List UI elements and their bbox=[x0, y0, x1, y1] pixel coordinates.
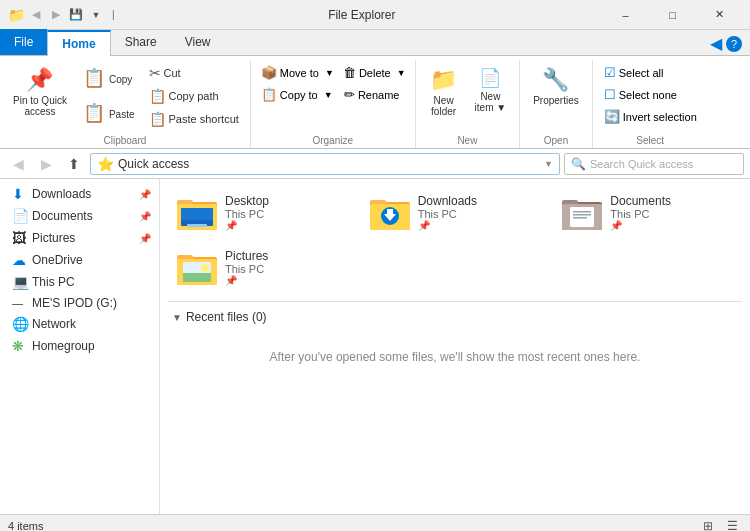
tab-share[interactable]: Share bbox=[111, 29, 171, 55]
cut-icon: ✂ bbox=[149, 65, 161, 81]
sidebar-item-homegroup[interactable]: ❋ Homegroup bbox=[0, 335, 159, 357]
downloads-icon: ⬇ bbox=[12, 186, 28, 202]
separator: | bbox=[112, 9, 115, 20]
organize-label: Organize bbox=[257, 133, 409, 148]
minimize-button[interactable]: – bbox=[603, 0, 648, 30]
pin-to-quick-button[interactable]: 📌 Pin to Quickaccess bbox=[6, 62, 74, 122]
tab-file[interactable]: File bbox=[0, 29, 47, 55]
rename-button[interactable]: ✏ Rename bbox=[339, 84, 409, 105]
pictures-icon: 🖼 bbox=[12, 230, 28, 246]
sidebar-label-documents: Documents bbox=[32, 209, 135, 223]
select-all-button[interactable]: ☑ Select all bbox=[599, 62, 702, 83]
sidebar-item-pictures[interactable]: 🖼 Pictures 📌 bbox=[0, 227, 159, 249]
copy-path-button[interactable]: 📋 Copy path bbox=[144, 85, 244, 107]
move-to-arrow[interactable]: ▼ bbox=[323, 65, 337, 81]
paste-button[interactable]: 📋 Paste bbox=[76, 97, 142, 131]
svg-rect-17 bbox=[573, 214, 591, 216]
back-quick-icon[interactable]: ◀ bbox=[28, 7, 44, 23]
copy-path-icon: 📋 bbox=[149, 88, 166, 104]
copy-to-button[interactable]: 📋 Copy to bbox=[257, 84, 322, 105]
folder-downloads[interactable]: Downloads This PC 📌 bbox=[361, 187, 550, 238]
desktop-folder-svg bbox=[177, 196, 217, 230]
pictures-name: Pictures bbox=[225, 249, 268, 263]
sidebar-item-thispc[interactable]: 💻 This PC bbox=[0, 271, 159, 293]
invert-icon: 🔄 bbox=[604, 109, 620, 124]
delete-split: 🗑 Delete ▼ bbox=[339, 62, 409, 83]
move-to-split: 📦 Move to ▼ bbox=[257, 62, 337, 83]
organize-buttons: 📦 Move to ▼ 📋 Copy to ▼ 🗑 bbox=[257, 60, 409, 133]
new-folder-button[interactable]: 📁 Newfolder bbox=[422, 62, 466, 122]
copy-button[interactable]: 📋 Copy bbox=[76, 62, 142, 96]
paste-shortcut-button[interactable]: 📋 Paste shortcut bbox=[144, 108, 244, 130]
address-bar[interactable]: ⭐ Quick access ▼ bbox=[90, 153, 560, 175]
search-bar[interactable]: 🔍 Search Quick access bbox=[564, 153, 744, 175]
folder-pictures[interactable]: Pictures This PC 📌 bbox=[168, 242, 357, 293]
sidebar-item-documents[interactable]: 📄 Documents 📌 bbox=[0, 205, 159, 227]
copy-to-label: Copy to bbox=[280, 89, 318, 101]
move-to-button[interactable]: 📦 Move to bbox=[257, 62, 323, 83]
sidebar-item-downloads[interactable]: ⬇ Downloads 📌 bbox=[0, 183, 159, 205]
delete-arrow[interactable]: ▼ bbox=[395, 65, 409, 81]
cut-button[interactable]: ✂ Cut bbox=[144, 62, 244, 84]
rename-label: Rename bbox=[358, 89, 400, 101]
pictures-sub: This PC bbox=[225, 263, 268, 275]
organize-col: 📦 Move to ▼ 📋 Copy to ▼ bbox=[257, 62, 337, 105]
documents-icon: 📄 bbox=[12, 208, 28, 224]
copy-to-arrow[interactable]: ▼ bbox=[322, 87, 336, 103]
copy-path-label: Copy path bbox=[169, 90, 219, 102]
new-item-button[interactable]: 📄 Newitem ▼ bbox=[468, 62, 514, 118]
open-label: Open bbox=[526, 133, 586, 148]
select-none-button[interactable]: ☐ Select none bbox=[599, 84, 702, 105]
window-controls: – □ ✕ bbox=[603, 0, 742, 30]
folder-icon: 📁 bbox=[8, 7, 24, 23]
sidebar-label-ipod: ME'S IPOD (G:) bbox=[32, 296, 151, 310]
sidebar-item-ipod[interactable]: — ME'S IPOD (G:) bbox=[0, 293, 159, 313]
sidebar-label-pictures: Pictures bbox=[32, 231, 135, 245]
invert-label: Invert selection bbox=[623, 111, 697, 123]
properties-label: Properties bbox=[533, 95, 579, 106]
dropdown-quick-icon[interactable]: ▼ bbox=[88, 7, 104, 23]
forward-button[interactable]: ▶ bbox=[34, 152, 58, 176]
folder-desktop[interactable]: Desktop This PC 📌 bbox=[168, 187, 357, 238]
close-button[interactable]: ✕ bbox=[697, 0, 742, 30]
recent-label: Recent files (0) bbox=[186, 310, 267, 324]
save-quick-icon[interactable]: 💾 bbox=[68, 7, 84, 23]
large-icons-view-button[interactable]: ⊞ bbox=[698, 517, 718, 532]
recent-header[interactable]: ▼ Recent files (0) bbox=[168, 308, 742, 326]
address-dropdown[interactable]: ▼ bbox=[544, 159, 553, 169]
back-button[interactable]: ◀ bbox=[6, 152, 30, 176]
svg-rect-4 bbox=[181, 208, 213, 220]
ipod-icon: — bbox=[12, 297, 28, 309]
sidebar-label-onedrive: OneDrive bbox=[32, 253, 151, 267]
up-button[interactable]: ⬆ bbox=[62, 152, 86, 176]
new-folder-icon: 📁 bbox=[430, 67, 457, 93]
downloads-pin: 📌 bbox=[139, 189, 151, 200]
folder-documents[interactable]: Documents This PC 📌 bbox=[553, 187, 742, 238]
nav-back-arrow[interactable]: ◀ bbox=[710, 34, 722, 53]
maximize-button[interactable]: □ bbox=[650, 0, 695, 30]
details-view-button[interactable]: ☰ bbox=[722, 517, 742, 532]
tab-view[interactable]: View bbox=[171, 29, 225, 55]
delete-button[interactable]: 🗑 Delete bbox=[339, 62, 395, 83]
clipboard-label: Clipboard bbox=[6, 133, 244, 148]
invert-selection-button[interactable]: 🔄 Invert selection bbox=[599, 106, 702, 127]
search-placeholder: Search Quick access bbox=[590, 158, 693, 170]
tab-home[interactable]: Home bbox=[47, 30, 110, 56]
copy-to-split: 📋 Copy to ▼ bbox=[257, 84, 337, 105]
desktop-sub: This PC bbox=[225, 208, 269, 220]
thispc-icon: 💻 bbox=[12, 274, 28, 290]
help-icon[interactable]: ? bbox=[726, 36, 742, 52]
properties-button[interactable]: 🔧 Properties bbox=[526, 62, 586, 111]
forward-quick-icon[interactable]: ▶ bbox=[48, 7, 64, 23]
pictures-folder-svg bbox=[177, 251, 217, 285]
documents-name: Documents bbox=[610, 194, 671, 208]
recent-section: ▼ Recent files (0) After you've opened s… bbox=[168, 301, 742, 380]
sidebar-item-network[interactable]: 🌐 Network bbox=[0, 313, 159, 335]
sidebar-item-onedrive[interactable]: ☁ OneDrive bbox=[0, 249, 159, 271]
documents-folder-icon bbox=[562, 195, 602, 231]
pictures-info: Pictures This PC 📌 bbox=[225, 249, 268, 286]
svg-rect-23 bbox=[183, 273, 211, 282]
delete-label: Delete bbox=[359, 67, 391, 79]
ribbon-group-open: 🔧 Properties Open bbox=[520, 60, 593, 148]
window-title: File Explorer bbox=[121, 8, 603, 22]
